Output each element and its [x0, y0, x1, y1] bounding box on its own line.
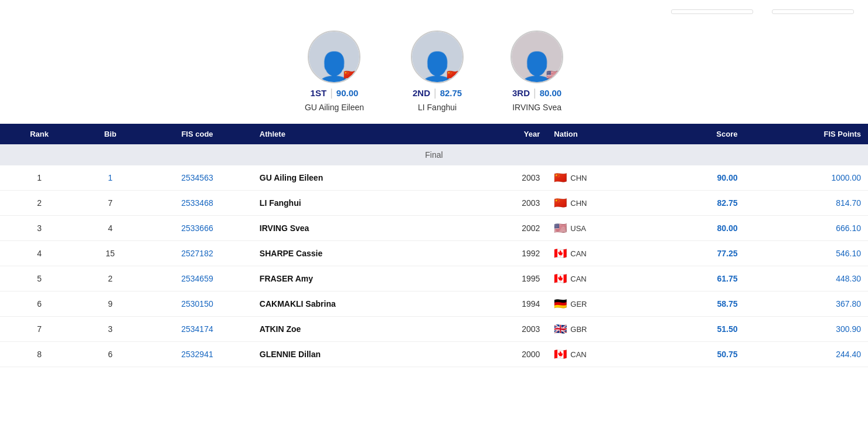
cell-athlete: CAKMAKLI Sabrina: [253, 292, 469, 317]
cell-score: 61.75: [660, 266, 745, 292]
podium-rank: 3RD: [512, 88, 530, 98]
nation-filter-value[interactable]: [671, 9, 753, 14]
cell-nation: 🇨🇦CAN: [547, 241, 660, 266]
col-athlete: Athlete: [253, 124, 469, 144]
cell-rank: 8: [0, 342, 79, 367]
cell-fis-points: 367.80: [744, 292, 868, 317]
col-bib: Bib: [79, 124, 142, 144]
avatar: 👤🇨🇳: [308, 30, 360, 83]
cell-score: 80.00: [660, 216, 745, 241]
cell-rank: 1: [0, 165, 79, 191]
cell-score: 58.75: [660, 292, 745, 317]
cell-fis-code[interactable]: 2527182: [142, 241, 253, 266]
podium-score: 90.00: [336, 88, 359, 98]
cell-athlete: FRASER Amy: [253, 266, 469, 292]
flag-badge: 🇨🇳: [445, 69, 460, 80]
birth-year-filter-value[interactable]: [772, 9, 854, 14]
table-row: 862532941GLENNIE Dillan2000🇨🇦CAN50.75244…: [0, 342, 868, 367]
podium-divider: |: [330, 87, 333, 99]
cell-fis-points: 666.10: [744, 216, 868, 241]
table-row: 342533666IRVING Svea2002🇺🇸USA80.00666.10: [0, 216, 868, 241]
cell-nation: 🇬🇧GBR: [547, 317, 660, 342]
cell-bib: 3: [79, 317, 142, 342]
nation-code: GBR: [570, 325, 587, 334]
podium-score: 80.00: [540, 88, 562, 98]
cell-nation: 🇨🇳CHN: [547, 191, 660, 216]
cell-athlete: SHARPE Cassie: [253, 241, 469, 266]
podium-item-1: 👤🇨🇳1ST|90.00GU Ailing Eileen: [305, 30, 364, 112]
podium-name: LI Fanghui: [418, 103, 457, 112]
cell-year: 2000: [469, 342, 547, 367]
cell-year: 1994: [469, 292, 547, 317]
cell-bib: 2: [79, 266, 142, 292]
flag-icon: 🇩🇪: [554, 297, 567, 310]
nation-code: GER: [570, 300, 587, 309]
table-row: 4152527182SHARPE Cassie1992🇨🇦CAN77.25546…: [0, 241, 868, 266]
podium-item-2: 👤🇨🇳2ND|82.75LI Fanghui: [411, 30, 464, 112]
cell-fis-points: 546.10: [744, 241, 868, 266]
cell-rank: 6: [0, 292, 79, 317]
cell-bib: 6: [79, 342, 142, 367]
cell-bib: 15: [79, 241, 142, 266]
cell-nation: 🇨🇳CHN: [547, 165, 660, 191]
cell-bib: 7: [79, 191, 142, 216]
results-table-section: Rank Bib FIS code Athlete Year Nation Sc…: [0, 124, 868, 367]
cell-fis-code[interactable]: 2534659: [142, 266, 253, 292]
cell-bib: 9: [79, 292, 142, 317]
nation-code: CAN: [570, 249, 586, 258]
cell-nation: 🇩🇪GER: [547, 292, 660, 317]
cell-athlete: GLENNIE Dillan: [253, 342, 469, 367]
cell-athlete: GU Ailing Eileen: [253, 165, 469, 191]
cell-fis-code[interactable]: 2533468: [142, 191, 253, 216]
cell-fis-code[interactable]: 2532941: [142, 342, 253, 367]
flag-badge: 🇺🇸: [544, 69, 560, 80]
cell-fis-code[interactable]: 2534174: [142, 317, 253, 342]
flag-icon: 🇬🇧: [554, 323, 567, 335]
podium-name: IRVING Svea: [512, 103, 561, 112]
cell-nation: 🇨🇦CAN: [547, 266, 660, 292]
cell-nation: 🇺🇸USA: [547, 216, 660, 241]
cell-rank: 2: [0, 191, 79, 216]
cell-year: 1992: [469, 241, 547, 266]
nation-code: CHN: [570, 199, 587, 208]
cell-year: 2003: [469, 317, 547, 342]
cell-fis-code[interactable]: 2530150: [142, 292, 253, 317]
cell-year: 2002: [469, 216, 547, 241]
cell-fis-points: 1000.00: [744, 165, 868, 191]
cell-rank: 4: [0, 241, 79, 266]
filters-area: [666, 9, 854, 14]
col-rank: Rank: [0, 124, 79, 144]
cell-rank: 3: [0, 216, 79, 241]
cell-score: 51.50: [660, 317, 745, 342]
flag-icon: 🇨🇦: [554, 348, 567, 361]
cell-score: 82.75: [660, 191, 745, 216]
cell-fis-code[interactable]: 2534563: [142, 165, 253, 191]
nation-filter-group: [666, 9, 753, 14]
nation-code: CAN: [570, 350, 586, 359]
podium-divider: |: [533, 87, 536, 99]
flag-icon: 🇨🇳: [554, 196, 567, 209]
podium-item-3: 👤🇺🇸3RD|80.00IRVING Svea: [510, 30, 563, 112]
table-row: 732534174ATKIN Zoe2003🇬🇧GBR51.50300.90: [0, 317, 868, 342]
nation-code: CAN: [570, 274, 586, 283]
cell-score: 77.25: [660, 241, 745, 266]
avatar: 👤🇺🇸: [510, 30, 563, 83]
cell-year: 1995: [469, 266, 547, 292]
nation-code: USA: [570, 224, 586, 233]
cell-fis-points: 448.30: [744, 266, 868, 292]
page-header: [0, 0, 868, 19]
col-year: Year: [469, 124, 547, 144]
flag-icon: 🇺🇸: [554, 222, 567, 235]
cell-fis-code[interactable]: 2533666: [142, 216, 253, 241]
col-nation: Nation: [547, 124, 660, 144]
cell-nation: 🇨🇦CAN: [547, 342, 660, 367]
table-row: 522534659FRASER Amy1995🇨🇦CAN61.75448.30: [0, 266, 868, 292]
table-row: 112534563GU Ailing Eileen2003🇨🇳CHN90.001…: [0, 165, 868, 191]
table-row: 692530150CAKMAKLI Sabrina1994🇩🇪GER58.753…: [0, 292, 868, 317]
cell-fis-points: 300.90: [744, 317, 868, 342]
col-score: Score: [660, 124, 745, 144]
cell-rank: 5: [0, 266, 79, 292]
podium-score: 82.75: [440, 88, 462, 98]
cell-athlete: ATKIN Zoe: [253, 317, 469, 342]
cell-bib[interactable]: 1: [79, 165, 142, 191]
